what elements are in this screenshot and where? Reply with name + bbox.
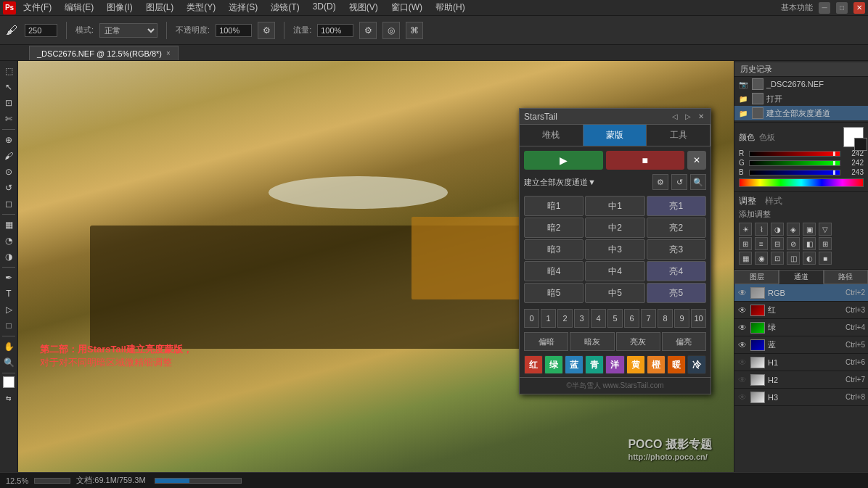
st-num-8[interactable]: 8 — [658, 309, 673, 328]
history-item-3[interactable]: 📁 建立全部灰度通道 — [734, 106, 868, 120]
st-cell-mid3[interactable]: 中3 — [585, 239, 644, 260]
menu-window[interactable]: 窗口(W) — [388, 1, 425, 14]
layer-blue[interactable]: 👁 蓝 Ctrl+5 — [734, 336, 868, 354]
opacity-input[interactable] — [216, 24, 252, 37]
airbrush-btn[interactable]: ◎ — [382, 22, 400, 39]
st-cell-bright4[interactable]: 亮4 — [647, 261, 706, 281]
adj-btn-solid-color[interactable]: ■ — [819, 252, 832, 265]
st-expand-btn[interactable]: ◁ — [670, 112, 680, 122]
st-tab-mask[interactable]: 蒙版 — [584, 125, 647, 146]
layer-vis-green[interactable]: 👁 — [737, 323, 748, 333]
tab-close-btn[interactable]: × — [166, 49, 171, 57]
spot-heal-tool[interactable]: ⊕ — [1, 133, 16, 147]
st-tab-stack[interactable]: 堆栈 — [520, 125, 584, 146]
tab-channels[interactable]: 通道 — [779, 270, 823, 284]
st-cell-mid5[interactable]: 中5 — [585, 283, 644, 303]
layer-vis-blue[interactable]: 👁 — [737, 340, 748, 350]
measure-tool[interactable]: ✄ — [1, 112, 16, 126]
st-num-4[interactable]: 4 — [591, 309, 606, 328]
adj-btn-black-white[interactable]: ◐ — [803, 252, 816, 265]
selection-tool[interactable]: ⬚ — [1, 64, 16, 78]
st-cell-dark4[interactable]: 暗4 — [524, 261, 584, 281]
st-cell-mid4[interactable]: 中4 — [585, 261, 644, 281]
blur-tool[interactable]: ◔ — [1, 233, 16, 248]
adj-btn-lookup[interactable]: ◫ — [787, 252, 800, 265]
active-tab[interactable]: _DSC2676.NEF @ 12.5%(RGB/8*) × — [29, 46, 179, 60]
stamp-tool[interactable]: ⊙ — [1, 165, 16, 179]
menu-type[interactable]: 类型(Y) — [184, 1, 218, 14]
menu-help[interactable]: 帮助(H) — [433, 1, 468, 14]
st-cell-mid2[interactable]: 中2 — [585, 218, 644, 238]
st-settings-btn[interactable]: ⚙ — [652, 174, 668, 190]
st-tone-lightgray[interactable]: 亮灰 — [616, 332, 660, 351]
st-num-5[interactable]: 5 — [607, 309, 623, 328]
mode-select[interactable]: 正常 — [99, 23, 157, 38]
st-color-magenta[interactable]: 洋 — [605, 355, 624, 374]
menu-image[interactable]: 图像(I) — [104, 1, 135, 14]
bg-color-swatch[interactable] — [854, 138, 867, 151]
st-cell-dark5[interactable]: 暗5 — [524, 283, 584, 303]
st-tone-dark[interactable]: 偏暗 — [524, 332, 568, 351]
st-num-2[interactable]: 2 — [557, 309, 573, 328]
history-tool[interactable]: ↺ — [1, 181, 16, 195]
layer-green[interactable]: 👁 绿 Ctrl+4 — [734, 319, 868, 336]
brush-tool[interactable]: 🖌 — [1, 149, 16, 163]
st-play-btn[interactable]: ▶ — [524, 151, 603, 170]
adj-btn-brightness[interactable]: ☀ — [739, 223, 752, 236]
st-num-9[interactable]: 9 — [674, 309, 689, 328]
st-close-btn[interactable]: ✕ — [696, 112, 706, 122]
layer-vis-h1[interactable]: 👁 — [737, 357, 748, 368]
st-cell-mid1[interactable]: 中1 — [585, 196, 644, 216]
st-tone-darkgray[interactable]: 暗灰 — [570, 332, 614, 351]
adj-btn-selective[interactable]: ◧ — [803, 237, 816, 250]
dodge-tool[interactable]: ◑ — [1, 249, 16, 264]
menu-file[interactable]: 文件(F) — [20, 1, 54, 14]
st-cell-bright1[interactable]: 亮1 — [647, 196, 706, 216]
st-refresh-btn[interactable]: ↺ — [671, 174, 687, 190]
st-cell-bright2[interactable]: 亮2 — [647, 218, 706, 238]
st-cell-dark3[interactable]: 暗3 — [524, 239, 584, 260]
st-num-1[interactable]: 1 — [541, 309, 556, 328]
adj-btn-vibrance[interactable]: ◈ — [787, 223, 800, 236]
st-color-cool[interactable]: 冷 — [687, 355, 706, 374]
flow-toggle[interactable]: ⚙ — [359, 22, 377, 39]
direct-select-tool[interactable]: ↖ — [1, 80, 16, 94]
brush-size-input[interactable] — [25, 24, 57, 37]
color-spectrum[interactable] — [739, 178, 864, 187]
layer-h2[interactable]: 👁 H2 Ctrl+7 — [734, 371, 868, 389]
path-select-tool[interactable]: ▷ — [1, 302, 16, 317]
switch-colors[interactable]: ⇆ — [1, 391, 16, 405]
adj-btn-grid[interactable]: ⊞ — [819, 237, 832, 250]
st-stop-btn[interactable]: ■ — [606, 151, 685, 170]
menu-edit[interactable]: 编辑(E) — [62, 1, 97, 14]
st-color-cyan[interactable]: 青 — [585, 355, 604, 374]
adj-btn-photo-filter[interactable]: ◉ — [755, 252, 768, 265]
g-slider[interactable] — [749, 160, 840, 166]
st-search-btn[interactable]: 🔍 — [690, 174, 706, 190]
pen-tool[interactable]: ✒ — [1, 270, 16, 285]
st-num-7[interactable]: 7 — [641, 309, 656, 328]
minimize-button[interactable]: ─ — [819, 2, 830, 14]
fg-color-swatch[interactable] — [843, 127, 864, 147]
menu-select[interactable]: 选择(S) — [226, 1, 261, 14]
history-item-2[interactable]: 📁 打开 — [734, 91, 868, 106]
opacity-toggle[interactable]: ⚙ — [258, 22, 275, 39]
adj-btn-channel-mixer[interactable]: ⊡ — [771, 252, 784, 265]
st-cell-dark1[interactable]: 暗1 — [524, 196, 584, 216]
restore-button[interactable]: □ — [836, 2, 848, 14]
b-slider[interactable] — [749, 170, 840, 175]
adj-btn-exposure[interactable]: ◑ — [771, 223, 784, 236]
shape-tool[interactable]: □ — [1, 318, 16, 333]
adj-btn-posterize[interactable]: ⊟ — [771, 237, 784, 250]
adj-btn-threshold[interactable]: ≡ — [755, 237, 768, 250]
st-num-6[interactable]: 6 — [624, 309, 639, 328]
layer-h3[interactable]: 👁 H3 Ctrl+8 — [734, 389, 868, 406]
menu-3d[interactable]: 3D(D) — [310, 1, 339, 14]
crop-tool[interactable]: ⊡ — [1, 96, 16, 110]
eraser-tool[interactable]: ◻ — [1, 197, 16, 211]
st-color-red[interactable]: 红 — [524, 355, 543, 374]
layer-vis-rgb[interactable]: 👁 — [737, 288, 748, 298]
adj-btn-hsl[interactable]: ▣ — [803, 223, 816, 236]
st-tone-light[interactable]: 偏亮 — [662, 332, 706, 351]
zoom-tool[interactable]: 🔍 — [1, 355, 16, 370]
